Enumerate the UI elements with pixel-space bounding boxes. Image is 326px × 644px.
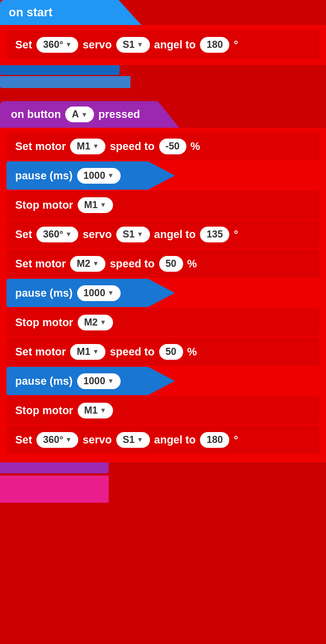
block0-text: Set motor — [15, 140, 66, 153]
pause-2-value[interactable]: 1000 ▼ — [77, 285, 121, 301]
block-set-servo-135: Set 360° ▼ servo S1 ▼ angel to 135 ° — [7, 220, 319, 248]
block10-angel-label: angel to — [154, 434, 196, 446]
block0-value[interactable]: -50 — [159, 139, 186, 154]
pressed-label: pressed — [98, 108, 140, 121]
on-start-section: on start Set 360° ▼ servo S1 ▼ angel to … — [0, 0, 326, 88]
pause-1-value[interactable]: 1000 ▼ — [77, 168, 121, 184]
block6-text: Stop motor — [15, 316, 73, 329]
block10-set: Set — [15, 434, 32, 446]
pause-block-1: pause (ms) 1000 ▼ — [7, 161, 175, 190]
block3-servo: servo — [83, 228, 111, 241]
block-set-motor-m2-50: Set motor M2 ▼ speed to 50 % — [7, 249, 319, 278]
block0-action: speed to — [110, 140, 154, 153]
on-start-bottom-connectors — [0, 65, 326, 75]
set-servo-block-1: Set 360° ▼ servo S1 ▼ angel to 180 ° — [7, 30, 319, 59]
block3-angel-value[interactable]: 135 — [200, 227, 229, 242]
button-value-pill[interactable]: A ▼ — [65, 107, 94, 122]
pause-block-3-wrapper: pause (ms) 1000 ▼ — [7, 367, 319, 395]
block0-motor[interactable]: M1 ▼ — [70, 139, 105, 154]
block3-angel-label: angel to — [154, 228, 196, 241]
pause-block-3: pause (ms) 1000 ▼ — [7, 367, 175, 395]
block3-port[interactable]: S1 ▼ — [116, 227, 150, 242]
block10-degree: ° — [234, 434, 238, 446]
set-label-1: Set — [15, 39, 32, 51]
block7-value[interactable]: 50 — [159, 344, 183, 360]
block-set-motor-m1-50: Set motor M1 ▼ speed to 50 % — [7, 337, 319, 366]
block7-motor[interactable]: M1 ▼ — [70, 344, 105, 360]
block-stop-motor-m2: Stop motor M2 ▼ — [7, 308, 319, 336]
pause-block-1-wrapper: pause (ms) 1000 ▼ — [7, 161, 319, 190]
block4-text: Set motor — [15, 258, 66, 270]
angel-label-1: angel to — [154, 39, 196, 51]
block6-motor[interactable]: M2 ▼ — [78, 315, 113, 330]
block4-action: speed to — [110, 258, 154, 270]
block3-degree: ° — [234, 228, 238, 241]
block3-servo-type[interactable]: 360° ▼ — [36, 227, 78, 242]
block-set-motor-m1-neg50: Set motor M1 ▼ speed to -50 % — [7, 132, 319, 160]
block7-text: Set motor — [15, 346, 66, 358]
degree-1: ° — [234, 39, 238, 51]
block4-unit: % — [187, 258, 197, 270]
block0-unit: % — [191, 140, 200, 153]
block-stop-motor-m1-2: Stop motor M1 ▼ — [7, 396, 319, 424]
block10-servo: servo — [83, 434, 111, 446]
block9-motor[interactable]: M1 ▼ — [78, 403, 113, 418]
block4-value[interactable]: 50 — [159, 256, 183, 272]
block7-action: speed to — [110, 346, 154, 358]
block3-set: Set — [15, 228, 32, 241]
block-stop-motor-m1-1: Stop motor M1 ▼ — [7, 191, 319, 219]
block10-port[interactable]: S1 ▼ — [116, 432, 150, 448]
block2-motor[interactable]: M1 ▼ — [78, 197, 113, 213]
on-button-label1: on button — [11, 108, 61, 121]
on-start-body: Set 360° ▼ servo S1 ▼ angel to 180 ° — [0, 25, 326, 65]
angel-value-1[interactable]: 180 — [200, 37, 229, 53]
on-start-label: on start — [9, 5, 53, 20]
block2-text: Stop motor — [15, 199, 73, 211]
servo-type-1[interactable]: 360° ▼ — [36, 37, 78, 53]
servo-word-1: servo — [83, 39, 111, 51]
on-button-header: on button A ▼ pressed — [0, 101, 179, 128]
block4-motor[interactable]: M2 ▼ — [70, 256, 105, 272]
block10-angel-value[interactable]: 180 — [200, 432, 229, 448]
block10-servo-type[interactable]: 360° ▼ — [36, 432, 78, 448]
on-button-bottom-connector — [0, 462, 109, 473]
block-set-servo-180: Set 360° ▼ servo S1 ▼ angel to 180 ° — [7, 426, 319, 454]
page-wrapper: on start Set 360° ▼ servo S1 ▼ angel to … — [0, 0, 326, 644]
spacer-1 — [0, 92, 326, 101]
block7-unit: % — [187, 346, 197, 358]
pause-3-value[interactable]: 1000 ▼ — [77, 373, 121, 389]
block9-text: Stop motor — [15, 404, 73, 417]
bottom-magenta — [0, 476, 109, 503]
servo-port-1[interactable]: S1 ▼ — [116, 37, 150, 53]
on-button-body: Set motor M1 ▼ speed to -50 % pause (ms)… — [0, 128, 326, 462]
pause-block-2: pause (ms) 1000 ▼ — [7, 279, 175, 307]
pause-block-2-wrapper: pause (ms) 1000 ▼ — [7, 279, 319, 307]
on-button-section: on button A ▼ pressed Set motor M1 ▼ spe… — [0, 101, 326, 473]
